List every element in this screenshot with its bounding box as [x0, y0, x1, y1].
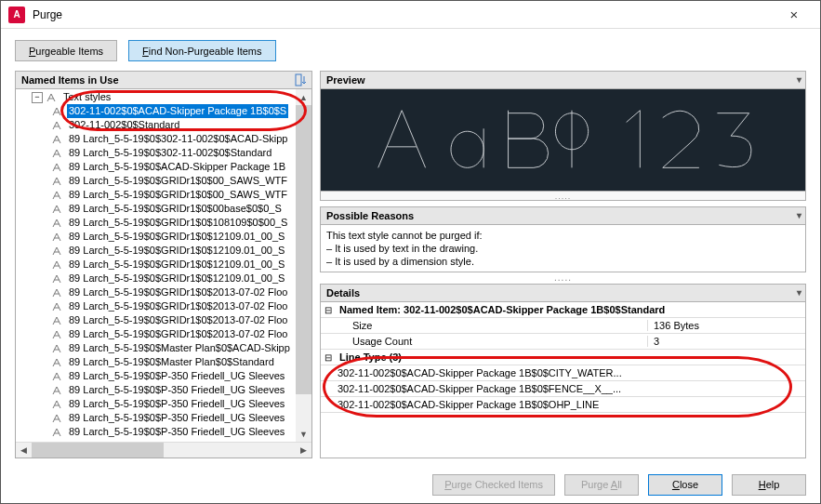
text-style-icon — [51, 245, 64, 258]
details-row[interactable]: ⊟ Named Item: 302-11-002$0$ACAD-Skipper … — [321, 302, 805, 318]
details-key: Usage Count — [336, 336, 647, 347]
node-label: 89 Larch_5-5-19$0$GRIDr1$0$2013-07-02 Fl… — [67, 299, 289, 313]
tree-node-root[interactable]: − Text styles — [30, 90, 311, 104]
button-label: Find Non-Purgeable Items — [142, 46, 261, 57]
linetype-entry: 302-11-002$0$ACAD-Skipper Package 1B$0$C… — [321, 367, 777, 378]
purge-all-button: Purge All — [564, 474, 639, 496]
text-style-icon — [51, 203, 64, 216]
tree-node-selected[interactable]: 302-11-002$0$ACAD-Skipper Package 1B$0$S — [48, 104, 311, 118]
tree-node[interactable]: 89 Larch_5-5-19$0$Master Plan$0$ACAD-Ski… — [48, 341, 311, 355]
text-style-icon — [51, 412, 64, 425]
collapse-icon[interactable]: ⊟ — [321, 305, 336, 315]
scroll-right-icon[interactable]: ▶ — [296, 443, 311, 458]
window-title: Purge — [33, 8, 775, 21]
node-label: 302-11-002$0$Standard — [67, 118, 181, 132]
panel-title: Details — [326, 287, 360, 298]
reason-line: – It is used by text in the drawing. — [326, 242, 800, 255]
find-non-purgeable-button[interactable]: Find Non-Purgeable Items — [128, 40, 275, 61]
node-label: 89 Larch_5-5-19$0$P-350 Friedell_UG Slee… — [67, 425, 286, 439]
text-style-icon — [51, 272, 64, 285]
tree-node[interactable]: 89 Larch_5-5-19$0$302-11-002$0$Standard — [48, 146, 311, 160]
node-label: 89 Larch_5-5-19$0$P-350 Friedell_UG Slee… — [67, 369, 286, 383]
collapse-icon[interactable]: ▾ — [797, 287, 801, 298]
vertical-scrollbar[interactable]: ▲ ▼ — [296, 89, 311, 442]
tree-node[interactable]: 89 Larch_5-5-19$0$GRIDr1$0$12109.01_00_S — [48, 230, 311, 244]
tree-node[interactable]: 89 Larch_5-5-19$0$Master Plan$0$Standard — [48, 355, 311, 369]
scroll-thumb[interactable] — [296, 105, 311, 394]
scroll-up-icon[interactable]: ▲ — [296, 89, 311, 105]
details-row[interactable]: 302-11-002$0$ACAD-Skipper Package 1B$0$O… — [321, 397, 805, 413]
node-label: 89 Larch_5-5-19$0$GRIDr1$0$2013-07-02 Fl… — [67, 313, 289, 327]
panel-title: Possible Reasons — [326, 210, 414, 221]
collapse-icon[interactable]: ▾ — [797, 210, 801, 220]
node-label: 89 Larch_5-5-19$0$GRIDr1$0$12109.01_00_S — [67, 244, 286, 258]
linetype-entry: 302-11-002$0$ACAD-Skipper Package 1B$0$F… — [321, 383, 777, 394]
node-label: 89 Larch_5-5-19$0$GRIDr1$0$12109.01_00_S — [67, 258, 286, 272]
splitter[interactable]: ..... — [320, 272, 806, 284]
details-row[interactable]: 302-11-002$0$ACAD-Skipper Package 1B$0$F… — [321, 381, 805, 397]
possible-reasons-header: Possible Reasons ▾ — [320, 206, 806, 225]
collapse-icon[interactable]: ▾ — [797, 74, 801, 85]
text-style-icon — [46, 91, 59, 104]
text-style-icon — [51, 119, 64, 132]
scroll-left-icon[interactable]: ◀ — [16, 443, 32, 458]
tree-node[interactable]: 89 Larch_5-5-19$0$302-11-002$0$ACAD-Skip… — [48, 132, 311, 146]
preview-header: Preview ▾ — [320, 71, 806, 89]
details-key: Named Item: 302-11-002$0$ACAD-Skipper Pa… — [336, 304, 805, 315]
text-style-icon — [51, 259, 64, 272]
node-label: 89 Larch_5-5-19$0$P-350 Friedell_UG Slee… — [67, 411, 286, 425]
tree-node[interactable]: 89 Larch_5-5-19$0$GRIDr1$0$12109.01_00_S — [48, 258, 311, 272]
node-label: 89 Larch_5-5-19$0$Master Plan$0$Standard — [67, 355, 276, 369]
window-close-button[interactable]: × — [775, 2, 813, 28]
scroll-down-icon[interactable]: ▼ — [296, 426, 311, 442]
sort-icon[interactable] — [295, 73, 309, 89]
tree-node[interactable]: 89 Larch_5-5-19$0$GRIDr1$0$2013-07-02 Fl… — [48, 285, 311, 299]
tree-node[interactable]: 89 Larch_5-5-19$0$GRIDr1$0$108109$0$00_S — [48, 216, 311, 230]
reason-line: This text style cannot be purged if: — [326, 229, 800, 242]
tree-node[interactable]: 89 Larch_5-5-19$0$P-350 Friedell_UG Slee… — [48, 397, 311, 411]
node-label: 89 Larch_5-5-19$0$GRIDr1$0$2013-07-02 Fl… — [67, 327, 289, 341]
tree-node[interactable]: 302-11-002$0$Standard — [48, 118, 311, 132]
horizontal-scrollbar[interactable]: ◀ ▶ — [16, 442, 311, 458]
details-key: Line Type (3) — [336, 351, 805, 363]
details-row[interactable]: 302-11-002$0$ACAD-Skipper Package 1B$0$C… — [321, 365, 805, 381]
splitter[interactable]: ..... — [320, 192, 806, 201]
tree-node[interactable]: 89 Larch_5-5-19$0$GRIDr1$0$2013-07-02 Fl… — [48, 327, 311, 341]
linetype-entry: 302-11-002$0$ACAD-Skipper Package 1B$0$O… — [321, 399, 777, 410]
tree-node[interactable]: 89 Larch_5-5-19$0$GRIDr1$0$12109.01_00_S — [48, 244, 311, 258]
tree-node[interactable]: 89 Larch_5-5-19$0$GRIDr1$0$2013-07-02 Fl… — [48, 313, 311, 327]
node-label: 89 Larch_5-5-19$0$302-11-002$0$ACAD-Skip… — [67, 132, 289, 146]
text-style-icon — [51, 398, 64, 411]
collapse-icon[interactable]: − — [32, 92, 43, 103]
button-label: Close — [672, 479, 698, 490]
tree-node[interactable]: 89 Larch_5-5-19$0$P-350 Friedell_UG Slee… — [48, 383, 311, 397]
text-style-icon — [51, 356, 64, 369]
node-label: 89 Larch_5-5-19$0$GRIDr1$0$12109.01_00_S — [67, 230, 286, 244]
tree-node[interactable]: 89 Larch_5-5-19$0$GRIDr1$0$00_SAWS_WTF — [48, 174, 311, 188]
button-label: Purge Checked Items — [444, 479, 543, 490]
named-items-header: Named Items in Use — [15, 71, 312, 89]
tree-node[interactable]: 89 Larch_5-5-19$0$P-350 Friedell_UG Slee… — [48, 425, 311, 439]
close-button[interactable]: Close — [648, 474, 722, 496]
tree-node[interactable]: 89 Larch_5-5-19$0$GRIDr1$0$2013-07-02 Fl… — [48, 299, 311, 313]
tree-node[interactable]: 89 Larch_5-5-19$0$ACAD-Skipper Package 1… — [48, 160, 311, 174]
tree-node[interactable]: 89 Larch_5-5-19$0$GRIDr1$0$00base$0$0_S — [48, 202, 311, 216]
tree-node[interactable]: 89 Larch_5-5-19$0$GRIDr1$0$12109.01_00_S — [48, 272, 311, 285]
text-style-icon — [51, 147, 64, 160]
purgeable-items-button[interactable]: Purgeable Items — [15, 40, 117, 61]
node-label: 89 Larch_5-5-19$0$GRIDr1$0$00_SAWS_WTF — [67, 174, 289, 188]
tree-node[interactable]: 89 Larch_5-5-19$0$P-350 Friedell_UG Slee… — [48, 411, 311, 425]
details-row[interactable]: ⊟ Line Type (3) — [321, 350, 805, 365]
tree-node[interactable]: 89 Larch_5-5-19$0$GRIDr1$0$00_SAWS_WTF — [48, 188, 311, 202]
scroll-thumb[interactable] — [32, 443, 164, 458]
node-label: 89 Larch_5-5-19$0$GRIDr1$0$00base$0$0_S — [67, 202, 284, 216]
button-label: Purgeable Items — [29, 46, 103, 57]
button-label: Help — [759, 479, 780, 490]
text-style-icon — [51, 426, 64, 439]
collapse-icon[interactable]: ⊟ — [321, 352, 336, 363]
help-button[interactable]: Help — [732, 474, 806, 496]
text-style-icon — [51, 342, 64, 355]
preview-canvas — [320, 89, 806, 192]
tree-node[interactable]: 89 Larch_5-5-19$0$P-350 Friedell_UG Slee… — [48, 369, 311, 383]
text-style-icon — [51, 384, 64, 397]
